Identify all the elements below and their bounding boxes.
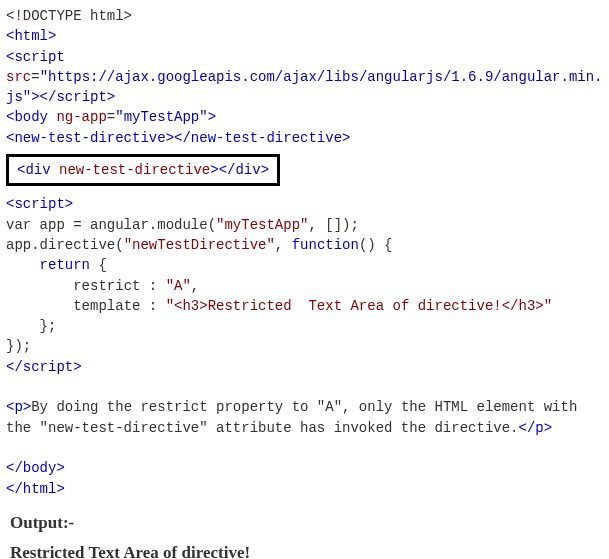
code-token: function [292, 237, 359, 253]
code-token: new-test-directive [51, 162, 211, 178]
code-token: > [210, 162, 218, 178]
code-token: > [208, 109, 216, 125]
output-heading: Restricted Text Area of directive! [10, 541, 603, 559]
code-line: </body> [6, 460, 65, 476]
code-line: <script> [6, 196, 73, 212]
code-line: </html> [6, 481, 65, 497]
code-token: <p> [6, 399, 31, 415]
code-token: ></script> [31, 89, 115, 105]
code-token: <div [17, 162, 51, 178]
code-line: </script> [6, 359, 82, 375]
code-token: app.directive( [6, 237, 124, 253]
code-line: <!DOCTYPE html> [6, 8, 132, 24]
code-token: </p> [518, 420, 552, 436]
output-label: Output:- [10, 511, 603, 536]
code-block: <script> var app = angular.module("myTes… [6, 194, 603, 498]
code-line: }; [6, 318, 56, 334]
code-token: <script [6, 49, 65, 65]
code-line: <html> [6, 28, 56, 44]
code-line: }); [6, 338, 31, 354]
code-token: = [107, 109, 115, 125]
code-token: , [275, 237, 292, 253]
code-token: restrict : [6, 278, 166, 294]
code-token: var app = angular.module( [6, 217, 216, 233]
code-token: = [31, 69, 39, 85]
code-token: "A" [166, 278, 191, 294]
code-token: () { [359, 237, 393, 253]
code-token: return [40, 257, 90, 273]
code-block: <!DOCTYPE html> <html> <script src="http… [6, 6, 603, 148]
code-token: </new-test-directive> [174, 130, 350, 146]
code-token: "<h3>Restricted Text Area of directive!<… [166, 298, 552, 314]
code-token: </div> [219, 162, 269, 178]
code-token [6, 257, 40, 273]
code-token: "myTestApp" [115, 109, 207, 125]
highlighted-code-box: <div new-test-directive></div> [6, 154, 280, 186]
code-token: , []); [308, 217, 358, 233]
code-token: { [90, 257, 107, 273]
code-token: "newTestDirective" [124, 237, 275, 253]
code-token: "myTestApp" [216, 217, 308, 233]
code-token: By doing the restrict property to "A", o… [6, 399, 586, 435]
code-token: template : [6, 298, 166, 314]
code-token: ng-app [48, 109, 107, 125]
code-token: <body [6, 109, 48, 125]
code-token: <new-test-directive> [6, 130, 174, 146]
code-token: , [191, 278, 199, 294]
